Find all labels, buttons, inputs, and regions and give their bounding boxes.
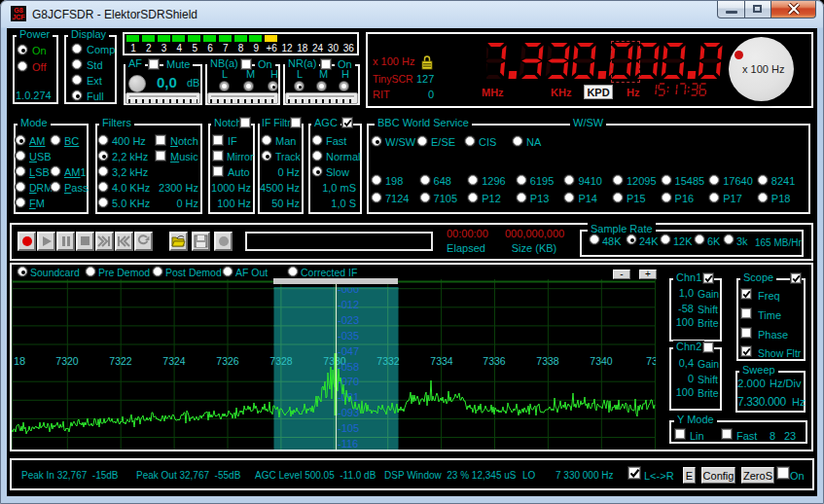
svg-text:7322: 7322 bbox=[109, 355, 132, 367]
svg-text:-012: -012 bbox=[338, 299, 359, 310]
svg-text:18: 18 bbox=[14, 355, 25, 367]
svg-text:-116: -116 bbox=[338, 438, 358, 450]
svg-text:7320: 7320 bbox=[55, 355, 79, 367]
svg-text:7332: 7332 bbox=[376, 355, 400, 367]
svg-text:-035: -035 bbox=[338, 330, 359, 342]
svg-text:-105: -105 bbox=[338, 422, 359, 434]
svg-text:73: 73 bbox=[646, 355, 656, 367]
svg-text:7324: 7324 bbox=[162, 355, 186, 367]
svg-text:7338: 7338 bbox=[536, 355, 559, 367]
svg-text:-047: -047 bbox=[338, 345, 359, 357]
svg-text:-023: -023 bbox=[338, 314, 359, 326]
svg-text:7334: 7334 bbox=[430, 355, 453, 367]
svg-text:7326: 7326 bbox=[216, 355, 239, 367]
svg-text:7336: 7336 bbox=[483, 355, 506, 367]
svg-text:-058: -058 bbox=[338, 361, 359, 373]
svg-text:7328: 7328 bbox=[269, 355, 293, 367]
svg-text:7340: 7340 bbox=[590, 355, 613, 367]
